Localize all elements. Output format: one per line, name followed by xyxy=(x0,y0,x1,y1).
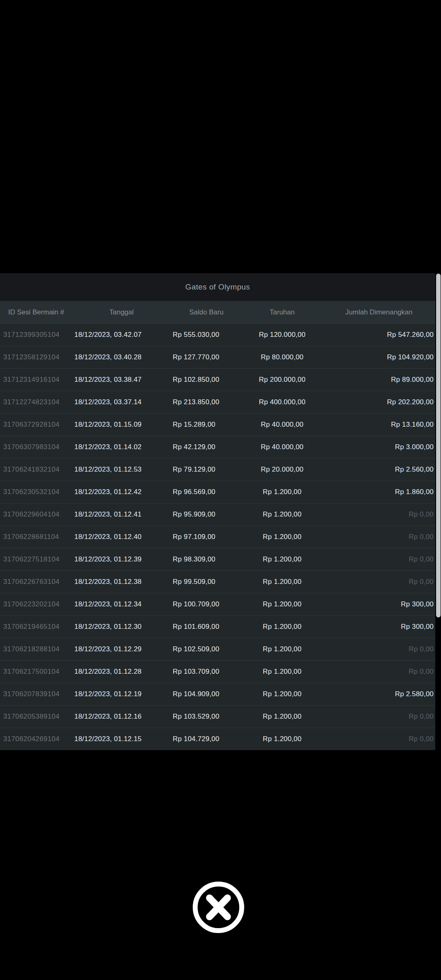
cell-amount-won: Rp 89.000,00 xyxy=(323,376,435,384)
cell-new-balance: Rp 42.129,00 xyxy=(171,443,242,451)
table-row: 3170623053210418/12/2023, 01.12.42Rp 96.… xyxy=(0,481,435,503)
cell-amount-won: Rp 13.160,00 xyxy=(323,421,435,429)
cell-date: 18/12/2023, 01.12.29 xyxy=(72,645,171,653)
cell-session-id: 31706219465104 xyxy=(0,623,72,631)
cell-bet: Rp 20.000,00 xyxy=(242,466,323,474)
cell-new-balance: Rp 15.289,00 xyxy=(171,421,242,429)
cell-session-id: 31706372928104 xyxy=(0,421,72,429)
header-session-id: ID Sesi Bermain # xyxy=(0,308,72,316)
cell-session-id: 31706227518104 xyxy=(0,555,72,564)
cell-new-balance: Rp 100.709,00 xyxy=(171,600,242,608)
cell-amount-won: Rp 0,00 xyxy=(323,555,435,564)
cell-amount-won: Rp 547.260,00 xyxy=(323,331,435,339)
cell-bet: Rp 80.000,00 xyxy=(242,353,323,361)
cell-new-balance: Rp 97.109,00 xyxy=(171,533,242,541)
cell-amount-won: Rp 300,00 xyxy=(323,623,435,631)
table-row: 3170620538910418/12/2023, 01.12.16Rp 103… xyxy=(0,705,435,728)
cell-date: 18/12/2023, 01.12.39 xyxy=(72,555,171,564)
cell-session-id: 31706241832104 xyxy=(0,466,72,474)
cell-session-id: 31712274823104 xyxy=(0,398,72,406)
cell-date: 18/12/2023, 01.12.53 xyxy=(72,466,171,474)
phone-screen: Gates of Olympus ID Sesi Bermain # Tangg… xyxy=(0,0,441,980)
cell-session-id: 31712358129104 xyxy=(0,353,72,361)
cell-amount-won: Rp 0,00 xyxy=(323,735,435,743)
cell-amount-won: Rp 0,00 xyxy=(323,713,435,721)
scrollbar-thumb[interactable] xyxy=(436,274,441,617)
cell-new-balance: Rp 102.509,00 xyxy=(171,645,242,653)
cell-bet: Rp 1.200,00 xyxy=(242,623,323,631)
table-row: 3171239930510418/12/2023, 03.42.07Rp 555… xyxy=(0,323,435,346)
table-row: 3170622676310418/12/2023, 01.12.38Rp 99.… xyxy=(0,570,435,593)
cell-date: 18/12/2023, 03.40.28 xyxy=(72,353,171,361)
cell-date: 18/12/2023, 01.12.16 xyxy=(72,713,171,721)
cell-session-id: 31706204269104 xyxy=(0,735,72,743)
cell-bet: Rp 200.000,00 xyxy=(242,376,323,384)
cell-new-balance: Rp 95.909,00 xyxy=(171,510,242,519)
table-row: 3170622868110418/12/2023, 01.12.40Rp 97.… xyxy=(0,526,435,548)
cell-bet: Rp 1.200,00 xyxy=(242,488,323,496)
cell-bet: Rp 120.000,00 xyxy=(242,331,323,339)
cell-amount-won: Rp 0,00 xyxy=(323,510,435,519)
cell-amount-won: Rp 0,00 xyxy=(323,645,435,653)
cell-new-balance: Rp 99.509,00 xyxy=(171,578,242,586)
cell-session-id: 31712314916104 xyxy=(0,376,72,384)
cell-bet: Rp 1.200,00 xyxy=(242,735,323,743)
cell-date: 18/12/2023, 01.12.42 xyxy=(72,488,171,496)
cell-amount-won: Rp 2.580,00 xyxy=(323,690,435,698)
table-row: 3170622751810418/12/2023, 01.12.39Rp 98.… xyxy=(0,548,435,570)
close-icon xyxy=(192,881,245,933)
cell-new-balance: Rp 98.309,00 xyxy=(171,555,242,564)
table-row: 3170621750010418/12/2023, 01.12.28Rp 103… xyxy=(0,660,435,683)
table-row: 3170630798310418/12/2023, 01.14.02Rp 42.… xyxy=(0,436,435,458)
cell-date: 18/12/2023, 01.12.40 xyxy=(72,533,171,541)
cell-date: 18/12/2023, 01.12.19 xyxy=(72,690,171,698)
cell-bet: Rp 1.200,00 xyxy=(242,600,323,608)
table-row: 3170622320210418/12/2023, 01.12.34Rp 100… xyxy=(0,593,435,615)
cell-amount-won: Rp 0,00 xyxy=(323,533,435,541)
cell-bet: Rp 400.000,00 xyxy=(242,398,323,406)
cell-amount-won: Rp 0,00 xyxy=(323,668,435,676)
table-row: 3170620426910418/12/2023, 01.12.15Rp 104… xyxy=(0,728,435,750)
cell-session-id: 31706226763104 xyxy=(0,578,72,586)
cell-new-balance: Rp 96.569,00 xyxy=(171,488,242,496)
table-row: 3170621828810418/12/2023, 01.12.29Rp 102… xyxy=(0,638,435,660)
cell-amount-won: Rp 104.920,00 xyxy=(323,353,435,361)
cell-bet: Rp 1.200,00 xyxy=(242,555,323,564)
cell-bet: Rp 1.200,00 xyxy=(242,713,323,721)
close-button[interactable] xyxy=(192,881,245,933)
cell-session-id: 31712399305104 xyxy=(0,331,72,339)
cell-session-id: 31706217500104 xyxy=(0,668,72,676)
cell-amount-won: Rp 3.000,00 xyxy=(323,443,435,451)
cell-date: 18/12/2023, 01.12.28 xyxy=(72,668,171,676)
modal-title-bar: Gates of Olympus xyxy=(0,273,435,301)
game-history-modal: Gates of Olympus ID Sesi Bermain # Tangg… xyxy=(0,273,435,750)
cell-bet: Rp 1.200,00 xyxy=(242,510,323,519)
cell-session-id: 31706205389104 xyxy=(0,713,72,721)
cell-date: 18/12/2023, 03.37.14 xyxy=(72,398,171,406)
table-row: 3170620783910418/12/2023, 01.12.19Rp 104… xyxy=(0,683,435,705)
cell-session-id: 31706218288104 xyxy=(0,645,72,653)
table-row: 3170637292810418/12/2023, 01.15.09Rp 15.… xyxy=(0,413,435,436)
cell-date: 18/12/2023, 01.15.09 xyxy=(72,421,171,429)
cell-date: 18/12/2023, 01.12.30 xyxy=(72,623,171,631)
cell-bet: Rp 1.200,00 xyxy=(242,533,323,541)
table-body[interactable]: 3171239930510418/12/2023, 03.42.07Rp 555… xyxy=(0,323,435,750)
cell-new-balance: Rp 103.529,00 xyxy=(171,713,242,721)
cell-session-id: 31706229604104 xyxy=(0,510,72,519)
table-row: 3171227482310418/12/2023, 03.37.14Rp 213… xyxy=(0,391,435,413)
cell-new-balance: Rp 101.609,00 xyxy=(171,623,242,631)
cell-date: 18/12/2023, 01.12.34 xyxy=(72,600,171,608)
cell-bet: Rp 1.200,00 xyxy=(242,690,323,698)
header-date: Tanggal xyxy=(72,308,171,316)
cell-date: 18/12/2023, 01.12.38 xyxy=(72,578,171,586)
cell-bet: Rp 1.200,00 xyxy=(242,668,323,676)
cell-new-balance: Rp 555.030,00 xyxy=(171,331,242,339)
cell-new-balance: Rp 213.850,00 xyxy=(171,398,242,406)
cell-date: 18/12/2023, 01.14.02 xyxy=(72,443,171,451)
cell-date: 18/12/2023, 03.42.07 xyxy=(72,331,171,339)
cell-new-balance: Rp 104.909,00 xyxy=(171,690,242,698)
cell-new-balance: Rp 79.129,00 xyxy=(171,466,242,474)
table-header-row: ID Sesi Bermain # Tanggal Saldo Baru Tar… xyxy=(0,301,435,323)
cell-date: 18/12/2023, 01.12.41 xyxy=(72,510,171,519)
cell-session-id: 31706307983104 xyxy=(0,443,72,451)
